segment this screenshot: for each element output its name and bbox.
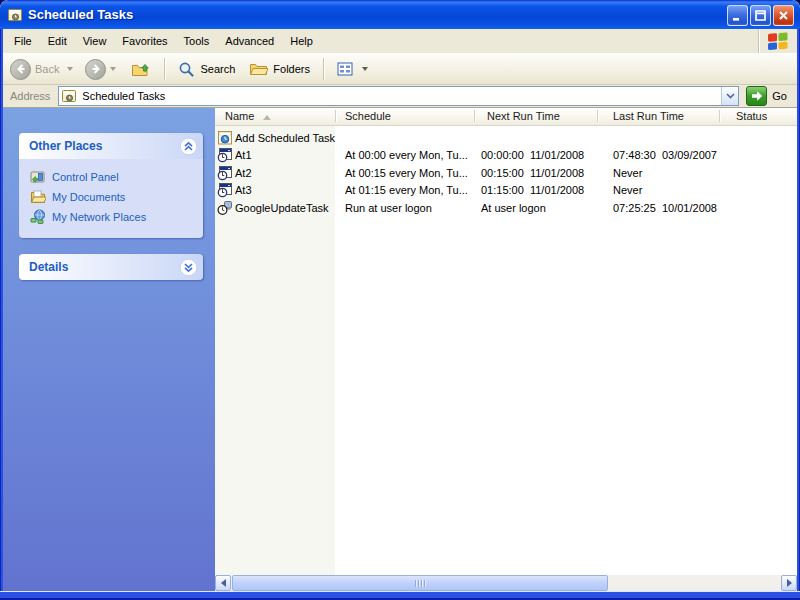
forward-dropdown-icon[interactable] [110,67,116,71]
sidebar-item-label: Control Panel [52,171,119,183]
task-name: At1 [235,149,252,161]
address-label: Address [10,90,50,102]
horizontal-scrollbar[interactable] [215,575,797,591]
column-divider[interactable] [719,110,720,122]
views-button[interactable] [330,59,379,79]
task-schedule: At 00:00 every Mon, Tu... [345,149,468,161]
go-label[interactable]: Go [772,90,787,102]
folders-label: Folders [273,63,310,75]
back-dropdown-icon[interactable] [67,67,73,71]
scrollbar-thumb[interactable] [232,575,608,591]
toolbar-separator [323,58,324,80]
windows-logo-icon [758,29,797,53]
column-header-next-run[interactable]: Next Run Time [487,110,560,122]
back-label: Back [35,63,59,75]
column-divider[interactable] [335,110,336,122]
menu-bar: File Edit View Favorites Tools Advanced … [3,29,797,53]
toolbar-separator [164,58,165,80]
forward-button[interactable] [85,59,106,80]
thumb-grip [418,580,419,587]
other-places-title: Other Places [29,139,102,153]
column-divider[interactable] [474,110,475,122]
task-schedule: Run at user logon [345,202,432,214]
sidebar-item-my-network-places[interactable]: My Network Places [19,207,203,227]
sidebar-item-control-panel[interactable]: Control Panel [19,167,203,187]
menu-view[interactable]: View [75,31,115,51]
scroll-left-button[interactable] [215,575,231,591]
collapse-chevron-icon[interactable] [179,137,198,156]
task-name: At3 [235,184,252,196]
column-header-row: Name Schedule Next Run Time Last Run Tim… [215,108,797,126]
scheduled-task-icon [217,182,233,198]
go-arrow-icon [750,89,764,103]
arrow-left-icon [221,579,226,587]
column-divider[interactable] [597,110,598,122]
column-header-last-run[interactable]: Last Run Time [613,110,684,122]
task-last-run: 07:48:30 03/09/2007 [613,149,717,161]
table-row[interactable]: Add Scheduled Task [215,130,797,147]
menu-advanced[interactable]: Advanced [217,31,282,51]
standard-buttons-toolbar: Back Search Fo [3,53,797,85]
scheduled-task-icon [217,147,233,163]
scheduled-tasks-window: Scheduled Tasks File Edit View Favorites… [0,0,800,600]
menu-favorites[interactable]: Favorites [114,31,175,51]
up-folder-icon [131,61,151,78]
views-icon [337,62,353,76]
go-button[interactable] [746,86,767,106]
column-header-name[interactable]: Name [225,110,254,122]
title-bar[interactable]: Scheduled Tasks [0,0,800,29]
arrow-right-icon [787,579,792,587]
task-next-run: 00:00:00 11/01/2008 [481,149,584,161]
maximize-icon[interactable] [750,5,771,26]
views-dropdown-icon [362,67,368,71]
task-last-run: 07:25:25 10/01/2008 [613,202,717,214]
sidebar-item-my-documents[interactable]: My Documents [19,187,203,207]
menu-edit[interactable]: Edit [40,31,75,51]
menu-file[interactable]: File [6,31,40,51]
menu-tools[interactable]: Tools [176,31,218,51]
task-schedule: At 00:15 every Mon, Tu... [345,167,468,179]
details-title: Details [29,260,68,274]
search-button[interactable]: Search [171,58,242,81]
window-border-left [0,29,3,600]
folders-icon [249,62,268,77]
close-icon[interactable] [773,5,794,26]
search-label: Search [200,63,235,75]
other-places-panel: Other Places Control Panel [19,133,203,238]
folders-button[interactable]: Folders [242,59,317,80]
thumb-grip [415,580,416,587]
table-row[interactable]: At3 At 01:15 every Mon, Tu... 01:15:00 1… [215,182,797,199]
menu-help[interactable]: Help [282,31,321,51]
scroll-right-button[interactable] [781,575,797,591]
task-last-run: Never [613,167,642,179]
column-header-status[interactable]: Status [736,110,767,122]
address-bar: Address Scheduled Tasks Go [3,85,797,108]
other-places-header[interactable]: Other Places [19,133,203,159]
task-next-run: 00:15:00 11/01/2008 [481,167,584,179]
task-name: GoogleUpdateTask [235,202,329,214]
table-row[interactable]: At1 At 00:00 every Mon, Tu... 00:00:00 1… [215,147,797,164]
table-row[interactable]: At2 At 00:15 every Mon, Tu... 00:15:00 1… [215,165,797,182]
task-next-run: At user logon [481,202,546,214]
address-dropdown-button[interactable] [721,87,738,105]
column-header-schedule[interactable]: Schedule [345,110,391,122]
sidebar-item-label: My Documents [52,191,125,203]
add-scheduled-task-icon [217,130,233,146]
task-schedule: At 01:15 every Mon, Tu... [345,184,468,196]
address-input[interactable]: Scheduled Tasks [58,86,739,106]
google-update-task-icon [217,200,233,216]
back-button[interactable]: Back [10,59,63,80]
minimize-icon[interactable] [727,5,748,26]
details-header[interactable]: Details [19,254,203,280]
table-row[interactable]: GoogleUpdateTask Run at user logon At us… [215,200,797,217]
forward-icon [85,59,106,80]
search-icon [178,61,195,78]
scheduled-tasks-icon [61,88,77,104]
scheduled-task-icon [217,165,233,181]
details-panel: Details [19,254,203,280]
up-button[interactable] [124,58,158,81]
window-controls [727,5,794,26]
task-rows: Add Scheduled Task At1 [215,130,797,217]
expand-chevron-icon[interactable] [179,258,198,277]
chevron-down-icon [726,93,735,99]
